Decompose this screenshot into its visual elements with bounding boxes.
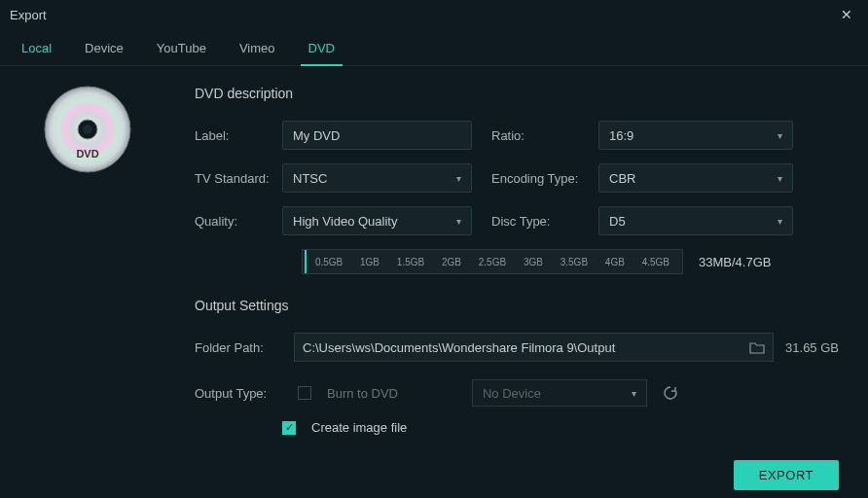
refresh-icon[interactable] xyxy=(663,385,678,401)
close-icon[interactable]: ✕ xyxy=(835,5,858,24)
ratio-select[interactable]: 16:9▾ xyxy=(598,121,793,150)
tabs: Local Device YouTube Vimeo DVD xyxy=(0,29,868,66)
output-section-title: Output Settings xyxy=(195,298,839,313)
label-label: Label: xyxy=(195,128,282,143)
encoding-select[interactable]: CBR▾ xyxy=(598,163,793,193)
encoding-label: Encoding Type: xyxy=(491,171,598,186)
tab-youtube[interactable]: YouTube xyxy=(155,35,208,65)
disc-label-text: DVD xyxy=(76,148,98,160)
size-ticks: 0.5GB 1GB 1.5GB 2GB 2.5GB 3GB 3.5GB 4GB … xyxy=(303,250,682,273)
ratio-label: Ratio: xyxy=(491,128,598,143)
device-select[interactable]: No Device ▾ xyxy=(472,379,647,407)
footer: EXPORT xyxy=(0,451,868,498)
chevron-down-icon: ▾ xyxy=(632,388,636,399)
tab-vimeo[interactable]: Vimeo xyxy=(237,35,277,65)
chevron-down-icon: ▾ xyxy=(456,216,461,227)
window-title: Export xyxy=(10,8,835,22)
label-input[interactable]: My DVD xyxy=(282,121,472,150)
free-space: 31.65 GB xyxy=(785,340,839,355)
titlebar: Export ✕ xyxy=(0,0,868,29)
tab-device[interactable]: Device xyxy=(83,35,126,65)
tab-local[interactable]: Local xyxy=(19,35,54,65)
preview-pane: DVD xyxy=(0,66,175,451)
chevron-down-icon: ▾ xyxy=(778,130,782,141)
quality-label: Quality: xyxy=(195,214,282,229)
folder-label: Folder Path: xyxy=(195,340,282,355)
image-label: Create image file xyxy=(311,420,407,435)
output-type-label: Output Type: xyxy=(195,386,282,401)
dvd-section-title: DVD description xyxy=(195,86,839,101)
chevron-down-icon: ▾ xyxy=(778,173,782,184)
image-checkbox[interactable]: ✓ xyxy=(282,421,296,435)
folder-path-input[interactable]: C:\Users\ws\Documents\Wondershare Filmor… xyxy=(294,333,774,362)
chevron-down-icon: ▾ xyxy=(778,216,782,227)
disctype-label: Disc Type: xyxy=(491,214,598,229)
folder-icon[interactable] xyxy=(749,340,765,354)
svg-point-2 xyxy=(83,124,92,134)
chevron-down-icon: ▾ xyxy=(456,173,461,184)
disctype-select[interactable]: D5▾ xyxy=(598,206,793,235)
dvd-disc-icon: DVD xyxy=(44,86,131,173)
size-text: 33MB/4.7GB xyxy=(699,255,771,269)
size-bar: 0.5GB 1GB 1.5GB 2GB 2.5GB 3GB 3.5GB 4GB … xyxy=(302,249,683,274)
tvstd-select[interactable]: NTSC▾ xyxy=(282,163,472,193)
quality-select[interactable]: High Video Quality▾ xyxy=(282,206,472,235)
export-button[interactable]: EXPORT xyxy=(734,460,839,490)
tvstd-label: TV Standard: xyxy=(195,171,282,186)
tab-dvd[interactable]: DVD xyxy=(307,35,337,65)
burn-checkbox[interactable] xyxy=(298,386,311,400)
burn-label: Burn to DVD xyxy=(327,386,398,401)
